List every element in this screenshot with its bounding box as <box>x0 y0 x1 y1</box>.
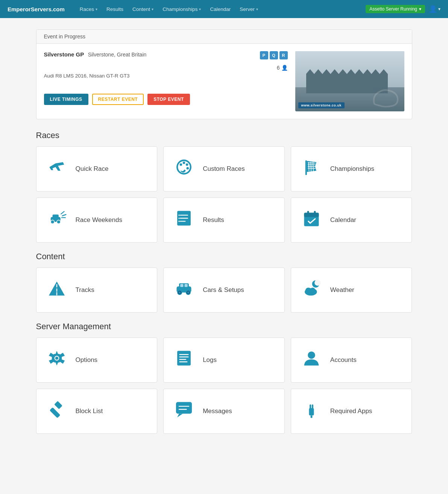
card-label-calendar: Calendar <box>330 216 356 224</box>
card-label-block-list: Block List <box>76 407 103 415</box>
nav-item-content[interactable]: Content ▾ <box>129 4 157 14</box>
nav-items: Races ▾ Results Content ▾ Championships … <box>76 4 358 14</box>
road-icon <box>46 278 68 302</box>
card-championships[interactable]: Championships <box>291 146 412 192</box>
svg-rect-63 <box>309 408 314 416</box>
card-weather[interactable]: Weather <box>291 268 412 313</box>
nav-item-races[interactable]: Races ▾ <box>76 4 101 14</box>
svg-point-56 <box>308 351 315 359</box>
svg-rect-64 <box>310 404 311 409</box>
svg-rect-29 <box>307 211 309 215</box>
event-image: www.silverstone.co.uk <box>295 51 404 111</box>
player-count: 6 👤 <box>277 65 288 71</box>
results-icon <box>173 208 195 232</box>
card-block-list[interactable]: Block List <box>36 389 158 434</box>
svg-rect-57 <box>54 401 62 409</box>
main-content: Event in Progress Silverstone GP Silvers… <box>29 29 420 434</box>
caret-icon: ▾ <box>152 7 153 11</box>
card-custom-races[interactable]: Custom Races <box>163 146 285 192</box>
content-section-title: Content <box>36 252 412 261</box>
flag-icon <box>300 157 323 181</box>
silverstone-sign: www.silverstone.co.uk <box>298 102 345 108</box>
svg-rect-66 <box>310 415 312 418</box>
caret-icon: ▾ <box>256 7 258 11</box>
hammer-icon <box>46 400 68 423</box>
svg-rect-14 <box>52 214 58 218</box>
nav-item-results[interactable]: Results <box>103 4 127 14</box>
svg-rect-65 <box>312 404 313 409</box>
card-options[interactable]: Options <box>36 337 158 383</box>
event-actions: LIVE TIMINGS RESTART EVENT STOP EVENT <box>44 94 288 105</box>
svg-rect-59 <box>176 402 192 414</box>
races-section-title: Races <box>36 131 412 140</box>
event-cars: Audi R8 LMS 2016, Nissan GT-R GT3 <box>44 73 288 79</box>
navbar: EmperorServers.com Races ▾ Results Conte… <box>0 0 448 18</box>
svg-rect-28 <box>304 213 319 217</box>
card-label-results: Results <box>203 216 224 224</box>
svg-line-17 <box>61 211 64 214</box>
logs-icon <box>173 348 195 372</box>
nav-item-calendar[interactable]: Calendar <box>206 4 234 14</box>
caret-icon: ▾ <box>438 6 440 12</box>
card-label-cars-setups: Cars & Setups <box>203 286 244 294</box>
card-calendar[interactable]: Calendar <box>291 198 412 243</box>
nav-item-championships[interactable]: Championships ▾ <box>159 4 205 14</box>
navbar-right: Assetto Server Running ▾ 👤 ▾ <box>366 5 440 13</box>
person-icon: 👤 <box>281 65 288 71</box>
card-label-accounts: Accounts <box>330 356 357 364</box>
card-required-apps[interactable]: Required Apps <box>291 389 412 434</box>
server-status-badge[interactable]: Assetto Server Running ▾ <box>366 5 425 13</box>
svg-point-40 <box>179 292 181 293</box>
event-card: Event in Progress Silverstone GP Silvers… <box>36 29 412 119</box>
card-cars-setups[interactable]: Cars & Setups <box>163 268 285 313</box>
card-accounts[interactable]: Accounts <box>291 337 412 383</box>
event-title-row: Silverstone GP Silverstone, Great Britai… <box>44 51 288 71</box>
card-results[interactable]: Results <box>163 198 285 243</box>
event-header: Event in Progress <box>36 30 412 44</box>
nav-item-server[interactable]: Server ▾ <box>236 4 262 14</box>
card-label-race-weekends: Race Weekends <box>76 216 122 224</box>
card-label-quick-race: Quick Race <box>76 165 109 173</box>
svg-marker-60 <box>177 413 183 417</box>
card-logs[interactable]: Logs <box>163 337 285 383</box>
card-tracks[interactable]: Tracks <box>36 268 158 313</box>
svg-point-3 <box>186 163 188 166</box>
server-section-title: Server Management <box>36 322 412 331</box>
stop-event-button[interactable]: STOP EVENT <box>147 94 190 105</box>
caret-icon: ▾ <box>199 7 201 11</box>
caret-icon: ▾ <box>96 7 97 11</box>
session-badges: P Q R <box>260 51 288 59</box>
track-outline-svg <box>371 85 401 108</box>
user-icon: 👤 <box>429 5 437 13</box>
svg-point-42 <box>187 292 189 293</box>
jet-icon <box>46 157 68 181</box>
card-label-options: Options <box>76 356 98 364</box>
svg-point-2 <box>183 161 185 164</box>
car-icon <box>173 278 195 302</box>
svg-point-4 <box>187 167 189 170</box>
card-race-weekends[interactable]: Race Weekends <box>36 198 158 243</box>
svg-rect-58 <box>49 407 60 418</box>
calendar-icon <box>300 208 323 232</box>
event-name: Silverstone GP <box>44 51 84 58</box>
navbar-brand[interactable]: EmperorServers.com <box>8 6 65 12</box>
session-badge-r: R <box>279 51 288 59</box>
chat-icon <box>173 400 195 423</box>
gear-icon <box>46 348 68 372</box>
card-quick-race[interactable]: Quick Race <box>36 146 158 192</box>
user-menu-button[interactable]: 👤 ▾ <box>429 5 440 13</box>
session-badge-q: Q <box>270 51 278 59</box>
card-label-logs: Logs <box>203 356 217 364</box>
svg-line-10 <box>309 162 309 171</box>
user-icon <box>300 348 323 372</box>
card-label-messages: Messages <box>203 407 232 415</box>
card-label-weather: Weather <box>330 286 354 294</box>
card-messages[interactable]: Messages <box>163 389 285 434</box>
live-timings-button[interactable]: LIVE TIMINGS <box>44 94 88 105</box>
plug-icon <box>300 400 323 423</box>
event-header-label: Event in Progress <box>44 33 86 40</box>
svg-rect-51 <box>177 351 191 366</box>
svg-line-12 <box>313 162 313 171</box>
restart-event-button[interactable]: RESTART EVENT <box>92 94 144 105</box>
svg-line-11 <box>311 162 311 172</box>
